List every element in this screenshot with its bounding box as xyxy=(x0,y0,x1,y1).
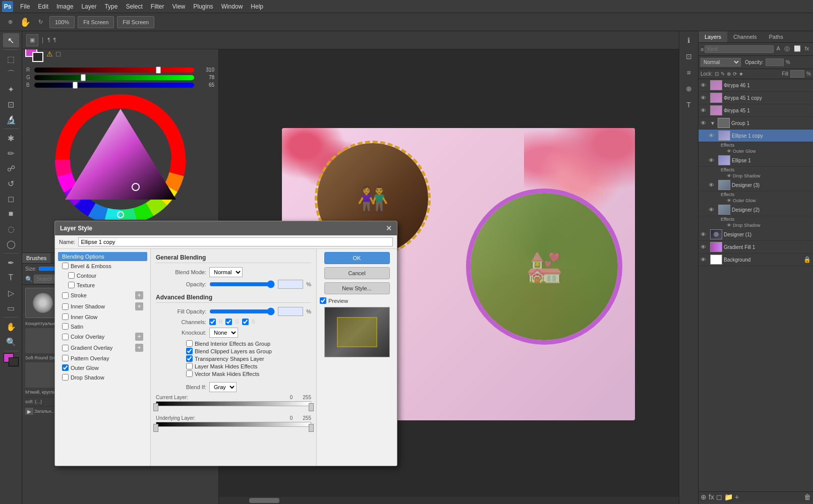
layer-style-dialog[interactable]: Layer Style ✕ Name: Blending Options Bev… xyxy=(54,221,397,466)
fill-opacity-num[interactable]: 100 xyxy=(278,307,303,316)
canvas-hscrollbar-thumb[interactable] xyxy=(249,498,279,503)
visibility-designer3[interactable]: 👁 xyxy=(709,182,717,188)
fit-screen-btn[interactable]: Fit Screen xyxy=(78,16,114,28)
style-contour[interactable]: Contour xyxy=(58,271,147,280)
web-colors[interactable]: □ xyxy=(56,50,60,58)
g-slider[interactable] xyxy=(34,75,194,80)
r-slider[interactable] xyxy=(34,68,194,73)
shape-tool[interactable]: ▭ xyxy=(3,301,19,315)
menu-image[interactable]: Image xyxy=(52,2,77,11)
tab-layers[interactable]: Layers xyxy=(699,31,727,42)
g-thumb[interactable] xyxy=(81,74,86,81)
filter-icon3[interactable]: ⬜ xyxy=(792,45,802,53)
current-slider-track[interactable] xyxy=(156,401,311,406)
contour-checkbox[interactable] xyxy=(68,272,75,279)
para-icon1[interactable]: ¶ xyxy=(47,37,50,43)
visibility-designer1[interactable]: 👁 xyxy=(701,231,709,237)
underlying-slider-left-thumb[interactable] xyxy=(153,424,158,432)
brush-expand-btn[interactable]: ▶ xyxy=(25,408,33,415)
current-slider-right-thumb[interactable] xyxy=(309,403,314,411)
visibility-fig45copy[interactable]: 👁 xyxy=(701,95,709,101)
g-channel-checkbox[interactable] xyxy=(225,319,232,325)
menu-plugins[interactable]: Plugins xyxy=(189,2,217,11)
tab-brushes[interactable]: Brushes xyxy=(22,253,50,263)
new-style-button[interactable]: New Style... xyxy=(324,282,390,294)
layer-fig45[interactable]: 👁 Фігура 45 1 xyxy=(699,104,813,117)
effect-vis-ds1[interactable]: 👁 xyxy=(727,173,731,178)
effect-vis-ds2[interactable]: 👁 xyxy=(727,223,731,228)
style-inner-glow[interactable]: Inner Glow xyxy=(58,312,147,322)
tab-channels[interactable]: Channels xyxy=(727,31,763,42)
fill-input[interactable] xyxy=(790,70,804,78)
quick-select[interactable]: ✦ xyxy=(3,82,19,96)
texture-checkbox[interactable] xyxy=(68,282,75,288)
filter-icon2[interactable]: ⓪ xyxy=(783,45,791,53)
gamut-warning[interactable]: ⚠ xyxy=(46,50,53,58)
visibility-group1[interactable]: 👁 xyxy=(701,120,709,126)
style-stroke[interactable]: Stroke + xyxy=(58,290,147,301)
crop-tool[interactable]: ⊡ xyxy=(3,97,19,111)
b-thumb[interactable] xyxy=(73,82,78,89)
canvas-hscrollbar[interactable] xyxy=(219,497,691,504)
b-channel-checkbox[interactable] xyxy=(242,319,249,325)
effect-vis-og1[interactable]: 👁 xyxy=(727,149,731,154)
layer-effect-outerglow2[interactable]: 👁 Outer Glow xyxy=(699,198,813,204)
layer-effect-dropshadow2[interactable]: 👁 Drop Shadow xyxy=(699,222,813,228)
history-brush[interactable]: ↺ xyxy=(3,176,19,191)
style-color-overlay[interactable]: Color Overlay + xyxy=(58,331,147,342)
inner-shadow-add-btn[interactable]: + xyxy=(135,302,143,310)
opacity-input[interactable] xyxy=(766,58,784,66)
effect-vis-og2[interactable]: 👁 xyxy=(727,198,731,203)
layer-designer1[interactable]: 👁 Designer (1) xyxy=(699,228,813,241)
move-tool[interactable]: ↖ xyxy=(3,33,19,47)
fill-opacity-slider[interactable] xyxy=(209,308,275,315)
info-btn[interactable]: ℹ xyxy=(682,33,696,47)
layer-effect-dropshadow1[interactable]: 👁 Drop Shadow xyxy=(699,173,813,179)
color-overlay-add-btn[interactable]: + xyxy=(135,333,143,341)
menu-help[interactable]: Help xyxy=(247,2,267,11)
rotate-icon[interactable]: ↻ xyxy=(34,16,46,28)
blend-mode-dropdown[interactable]: Normal xyxy=(209,267,243,277)
align-btn[interactable]: ≡ xyxy=(682,66,696,80)
layers-search-input[interactable] xyxy=(705,45,774,53)
rectangular-marquee[interactable]: ⬚ xyxy=(3,52,19,66)
layer-mask-cb[interactable] xyxy=(186,363,193,369)
transform-btn[interactable]: ⊕ xyxy=(682,82,696,96)
style-texture[interactable]: Texture xyxy=(58,280,147,290)
layer-ellipse1[interactable]: 👁 Ellipse 1 xyxy=(699,154,813,167)
para-icon2[interactable]: ¶ xyxy=(53,37,56,43)
inner-shadow-checkbox[interactable] xyxy=(62,303,69,310)
b-slider[interactable] xyxy=(34,83,194,88)
layer-name-input[interactable] xyxy=(78,237,393,246)
menu-select[interactable]: Select xyxy=(122,2,146,11)
menu-file[interactable]: File xyxy=(16,2,34,11)
visibility-ellipse1[interactable]: 👁 xyxy=(709,157,717,163)
background-color[interactable] xyxy=(9,357,19,366)
underlying-slider-track[interactable] xyxy=(156,422,311,427)
knockout-select[interactable]: None xyxy=(209,328,238,338)
pen-tool[interactable]: ✒ xyxy=(3,256,19,270)
visibility-ellipse1copy[interactable]: 👁 xyxy=(709,133,717,139)
blend-mode-select[interactable]: Normal xyxy=(701,58,741,67)
style-drop-shadow[interactable]: Drop Shadow xyxy=(58,372,147,382)
drop-shadow-checkbox[interactable] xyxy=(62,374,69,381)
menu-layer[interactable]: Layer xyxy=(77,2,100,11)
ok-button[interactable]: OK xyxy=(324,252,390,264)
zoom-tool[interactable]: 🔍 xyxy=(3,335,19,349)
style-satin[interactable]: Satin xyxy=(58,322,147,331)
fill-screen-btn[interactable]: Fill Screen xyxy=(117,16,154,28)
blend-interior-cb[interactable] xyxy=(186,340,193,347)
style-inner-shadow[interactable]: Inner Shadow + xyxy=(58,301,147,312)
content-btn[interactable]: ⊡ xyxy=(682,49,696,64)
add-style-btn[interactable]: fx xyxy=(709,493,714,501)
style-bevel[interactable]: Bevel & Emboss xyxy=(58,261,147,271)
lasso-tool[interactable]: ⌒ xyxy=(3,67,19,81)
current-slider-left-thumb[interactable] xyxy=(153,403,158,411)
dodge-tool[interactable]: ◯ xyxy=(3,237,19,251)
tab-paths[interactable]: Paths xyxy=(763,31,789,42)
layer-effect-outerglow1[interactable]: 👁 Outer Glow xyxy=(699,148,813,154)
dialog-close-btn[interactable]: ✕ xyxy=(386,224,392,232)
layer-group1[interactable]: 👁 ▼ Group 1 xyxy=(699,117,813,130)
layer-fig46[interactable]: 👁 Фігура 46 1 xyxy=(699,79,813,92)
vector-mask-cb[interactable] xyxy=(186,370,193,377)
